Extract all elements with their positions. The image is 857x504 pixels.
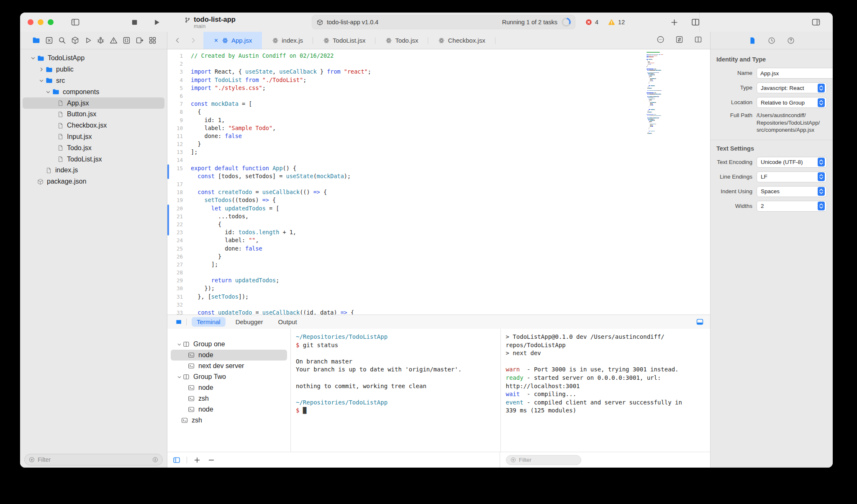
terminal-group-Group Two[interactable]: Group Two [171, 371, 287, 382]
project-info: todo-list-app main [184, 15, 236, 29]
folder-icon[interactable] [32, 36, 41, 45]
terminal-session-next dev server[interactable]: next dev server [171, 361, 287, 371]
tree-item-Todo.jsx[interactable]: Todo.jsx [23, 142, 164, 154]
split-view-icon[interactable] [694, 35, 703, 46]
close-window-button[interactable] [28, 19, 33, 25]
code-content[interactable]: // Created by Austin Condiff on 02/16/20… [187, 49, 710, 315]
line-number: 6 [167, 92, 187, 100]
location-select[interactable]: Relative to Group [757, 97, 827, 108]
square-x-icon[interactable] [45, 36, 54, 45]
chevron-right-icon[interactable] [38, 67, 45, 72]
history-inspector-icon[interactable] [767, 36, 776, 45]
terminal-session-node[interactable]: node [171, 404, 287, 415]
tab-terminal[interactable]: Terminal [192, 317, 226, 327]
package-icon[interactable] [71, 36, 80, 45]
swap-editor-icon[interactable] [675, 35, 684, 46]
bug-icon[interactable] [96, 36, 105, 45]
zoom-window-button[interactable] [48, 19, 54, 25]
add-button[interactable] [670, 18, 679, 27]
terminal-output-left[interactable]: ~/Repositories/TodoListApp$ git status O… [291, 329, 501, 452]
play-icon[interactable] [84, 36, 92, 45]
code-line: }, [setTodos]); [191, 293, 710, 301]
minimize-window-button[interactable] [38, 19, 44, 25]
widths-select[interactable]: 2 [757, 201, 827, 212]
name-field[interactable] [757, 68, 833, 79]
fullpath-value: /Users/austincondiff/ Repositories/TodoL… [757, 112, 820, 134]
tree-item-Checkbox.jsx[interactable]: Checkbox.jsx [23, 120, 164, 131]
tree-item-Button.jsx[interactable]: Button.jsx [23, 109, 164, 120]
extension-icon[interactable] [135, 36, 144, 45]
line-number [167, 172, 187, 180]
file-label: src [56, 77, 65, 84]
warning-icon[interactable] [109, 36, 118, 45]
tab-debugger[interactable]: Debugger [231, 317, 268, 327]
remove-terminal-button[interactable] [207, 456, 216, 464]
tree-item-Input.jsx[interactable]: Input.jsx [23, 131, 164, 143]
editor-tab-Todo.jsx[interactable]: Todo.jsx [375, 32, 428, 49]
line-endings-select[interactable]: LF [757, 171, 827, 182]
editor-tab-TodoList.jsx[interactable]: TodoList.jsx [313, 32, 375, 49]
filter-options-icon[interactable] [152, 456, 159, 463]
terminal-session-node[interactable]: node [171, 350, 287, 361]
tree-item-TodoList.jsx[interactable]: TodoList.jsx [23, 154, 164, 165]
activity-viewer[interactable]: todo-list-app v1.0.4 Running 1 of 2 task… [312, 15, 575, 29]
navigate-forward-button[interactable] [190, 37, 197, 44]
tree-item-components[interactable]: components [23, 86, 164, 97]
titlebar-divider [699, 13, 700, 32]
footer-divider [187, 457, 187, 463]
file-inspector-icon[interactable] [748, 36, 757, 45]
help-inspector-icon[interactable] [787, 36, 795, 45]
titlebar[interactable]: todo-list-app main todo-list-app v1.0.4 … [20, 13, 833, 32]
encoding-select[interactable]: Unicode (UTF-8) [757, 157, 827, 168]
editor-tab-Checkbox.jsx[interactable]: Checkbox.jsx [428, 32, 495, 49]
line-number: 8 [167, 108, 187, 116]
line-number-gutter: 1234567891011121314151718192021222324252… [167, 49, 187, 315]
session-label: node [198, 406, 213, 413]
tree-item-src[interactable]: src [23, 75, 164, 87]
hide-bottom-panel-icon[interactable] [695, 317, 704, 326]
run-task-button[interactable] [152, 18, 162, 27]
tab-label: TodoList.jsx [333, 37, 365, 44]
code-line: const [todos, setTodos] = useState(mockD… [191, 172, 710, 180]
editor-tab-index.js[interactable]: index.js [262, 32, 313, 49]
toggle-left-sidebar-icon[interactable] [70, 17, 80, 27]
terminal-session-node[interactable]: node [171, 382, 287, 393]
indent-select[interactable]: Spaces [757, 186, 827, 197]
terminal-output-right[interactable]: > TodoListApp@0.1.0 dev /Users/austincon… [501, 329, 711, 452]
tree-item-public[interactable]: public [23, 64, 164, 75]
more-options-icon[interactable] [656, 35, 665, 46]
chevron-down-icon[interactable] [44, 89, 52, 95]
chevron-down-icon[interactable] [38, 78, 45, 84]
navigator-filter-field[interactable]: Filter [24, 454, 163, 466]
tab-output[interactable]: Output [273, 317, 302, 327]
editor-tab-App.jsx[interactable]: App.jsx [203, 32, 262, 49]
terminal-group-Group one[interactable]: Group one [171, 339, 287, 350]
chevron-down-icon[interactable] [176, 342, 182, 347]
toggle-right-sidebar-icon[interactable] [811, 17, 821, 27]
navigate-back-button[interactable] [174, 37, 181, 44]
warning-count-badge[interactable]: 12 [608, 18, 625, 26]
code-editor[interactable]: 1234567891011121314151718192021222324252… [167, 49, 710, 315]
close-tab-icon[interactable] [213, 38, 219, 43]
error-icon [585, 18, 593, 26]
minimap[interactable] [647, 52, 687, 134]
error-count-badge[interactable]: 4 [585, 18, 598, 26]
tag-icon[interactable] [173, 318, 181, 326]
terminal-icon [187, 351, 195, 359]
chevron-down-icon[interactable] [29, 55, 37, 61]
tree-item-TodoListApp[interactable]: TodoListApp [23, 53, 164, 64]
search-icon[interactable] [58, 36, 67, 45]
tree-item-package.json[interactable]: package.json [23, 176, 164, 187]
stop-task-button[interactable] [130, 18, 139, 27]
toggle-session-sidebar-icon[interactable] [172, 456, 181, 464]
terminal-session-zsh[interactable]: zsh [171, 393, 287, 404]
terminal-session-zsh[interactable]: zsh [171, 415, 287, 426]
terminal-filter-field[interactable]: Filter [506, 455, 581, 465]
grid-icon[interactable] [148, 36, 157, 45]
type-select[interactable]: Javascript: React [757, 82, 827, 93]
tree-item-App.jsx[interactable]: App.jsx [23, 97, 164, 109]
tree-item-index.js[interactable]: index.js [23, 165, 164, 176]
add-terminal-button[interactable] [193, 456, 201, 464]
braces-icon[interactable] [122, 36, 131, 45]
chevron-down-icon[interactable] [176, 374, 182, 380]
